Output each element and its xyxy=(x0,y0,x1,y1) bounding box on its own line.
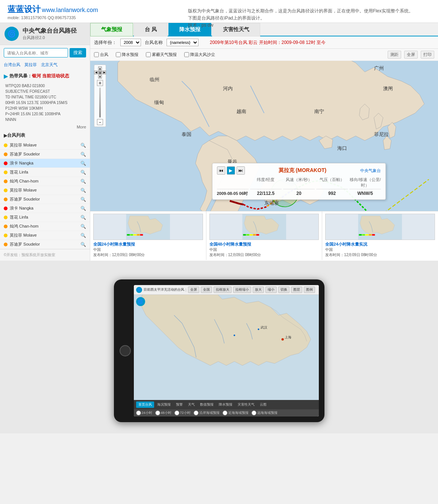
quick-links: 台湾台风 莫拉菲 北京天气 xyxy=(0,60,90,71)
ipad-header-text: 目前西太平洋无活动的台风 xyxy=(144,287,184,292)
print-button[interactable]: 打印 xyxy=(421,51,434,59)
svg-point-36 xyxy=(233,335,235,336)
weather-img-0[interactable]: 全国24小时降水量预报中国发布时间：12月09日 08时00分 xyxy=(90,211,206,260)
weather-img-2[interactable]: 全国24小时降水量实况中国发布时间：12月09日 08时00分 xyxy=(322,211,438,260)
checkboxes-bar: 台风 降水预报 雾霾天气预报 降温大风沙尘 测距 全屏 打印 xyxy=(90,49,438,61)
popup-pressure-value: 992 xyxy=(316,191,348,196)
ipad-tab-forecast[interactable]: 数值预报 xyxy=(198,401,216,408)
typhoon-list-item-4[interactable]: 灿鸿 Chan-hom🔍 xyxy=(0,177,90,186)
svg-rect-16 xyxy=(127,234,130,235)
typhoon-list-item-7[interactable]: 浪卡 Nangka🔍 xyxy=(0,204,90,213)
more-link[interactable]: More xyxy=(0,124,90,130)
search-button[interactable]: 搜索 xyxy=(70,48,86,57)
ipad-btn-china[interactable]: 全国 xyxy=(201,287,212,293)
typhoon-name-4: 灿鸿 Chan-hom xyxy=(10,178,80,184)
info-line-1: WTPQ20 BABJ 021800 xyxy=(5,83,86,89)
typhoon-select[interactable]: {nameless} xyxy=(167,39,199,46)
popup-prev-btn[interactable]: ⏮ xyxy=(217,166,225,175)
ipad-radio-nearshore[interactable]: 近海海域预报 xyxy=(223,410,249,415)
quick-link-molave[interactable]: 莫拉菲 xyxy=(24,62,37,67)
ipad-tab-disaster[interactable]: 灾害性天气 xyxy=(235,401,257,408)
nav-tab-1[interactable]: 台 风 xyxy=(134,23,168,36)
toolbar-right: 测距 全屏 打印 xyxy=(388,51,434,59)
typhoon-list-item-2[interactable]: 浪卡 Nangka🔍 xyxy=(0,159,90,168)
map-pan-right[interactable]: ▶ xyxy=(102,71,106,74)
map-pan-down[interactable]: ▼ xyxy=(98,75,102,78)
checkbox-typhoon[interactable]: 台风 xyxy=(94,52,108,57)
typhoon-list-item-8[interactable]: 莲花 Linfa🔍 xyxy=(0,213,90,222)
typhoon-list-item-3[interactable]: 莲花 Linfa🔍 xyxy=(0,168,90,177)
typhoon-list-item-10[interactable]: 莫拉菲 Molave🔍 xyxy=(0,231,90,240)
ipad-btn-zoom-out-box[interactable]: 拉框缩小 xyxy=(233,287,251,293)
typhoon-name-5: 莫拉菲 Molave xyxy=(10,187,80,193)
typhoon-search-icon-4[interactable]: 🔍 xyxy=(80,179,86,184)
ipad-tab-sea[interactable]: 海况预报 xyxy=(155,401,173,408)
typhoon-list-item-6[interactable]: 苏迪罗 Soudelor🔍 xyxy=(0,195,90,204)
weather-img-country-1: 中国 xyxy=(209,247,319,252)
search-input[interactable] xyxy=(4,48,68,57)
ipad-btn-zoom-in-box[interactable]: 拉框放大 xyxy=(214,287,232,293)
ipad-btn-zoom-in[interactable]: 放大 xyxy=(253,287,264,293)
ipad-btn-legend[interactable]: 图例 xyxy=(304,287,315,293)
typhoon-list-item-1[interactable]: 苏迪罗 Soudelor🔍 xyxy=(0,150,90,159)
ipad-btn-switch[interactable]: 切换 xyxy=(278,287,289,293)
ipad-home-button[interactable] xyxy=(120,345,131,356)
ipad-btn-fullscreen[interactable]: 全屏 xyxy=(188,287,199,293)
typhoon-list-item-9[interactable]: 灿鸿 Chan-hom🔍 xyxy=(0,222,90,231)
checkbox-wind[interactable]: 降温大风沙尘 xyxy=(184,52,215,57)
typhoon-search-icon-10[interactable]: 🔍 xyxy=(80,233,86,238)
ipad-btn-layer[interactable]: 图层 xyxy=(291,287,302,293)
typhoon-list-item-11[interactable]: 苏迪罗 Soudelor🔍 xyxy=(0,240,90,249)
svg-text:临州: 临州 xyxy=(150,77,159,82)
popup-next-btn[interactable]: ⏭ xyxy=(236,166,245,175)
map-pan-up[interactable]: ▲ xyxy=(98,66,102,70)
map-zoom-plus[interactable]: + xyxy=(97,80,103,86)
typhoon-highlight[interactable]: 银河 当前活动状态 xyxy=(32,73,69,78)
ipad-radio-24h[interactable]: 24小时 xyxy=(136,410,152,415)
checkbox-fog[interactable]: 雾霾天气预报 xyxy=(146,52,177,57)
ipad-tab-rain[interactable]: 降水预报 xyxy=(217,401,235,408)
typhoon-search-icon-0[interactable]: 🔍 xyxy=(80,143,86,148)
map-pan-left[interactable]: ◀ xyxy=(94,71,98,74)
main-content: 气象预报台 风降水预报灾害性天气 选择年份： 200820092010 台风名称… xyxy=(90,23,438,261)
map-nav-control[interactable]: ▲ ◀ ● ▶ ▼ + - xyxy=(94,65,106,127)
quick-link-taiwan[interactable]: 台湾台风 xyxy=(4,62,20,67)
arrow-icon: ▶ xyxy=(4,73,8,79)
typhoon-list-item-5[interactable]: 莫拉菲 Molave🔍 xyxy=(0,186,90,195)
typhoon-search-icon-7[interactable]: 🔍 xyxy=(80,206,86,211)
ipad-radio-72h[interactable]: 72小时 xyxy=(174,410,191,415)
checkbox-rain[interactable]: 降水预报 xyxy=(116,52,138,57)
map-zoom-minus[interactable]: - xyxy=(97,119,103,125)
typhoon-search-icon-2[interactable]: 🔍 xyxy=(80,161,86,166)
ipad-radio-offshore[interactable]: 远海海域预报 xyxy=(252,410,277,415)
top-desc: 版权为中央气象台，蓝蓝设计与之长期合作，这是为台风路径设计的界面，正在使用中。使… xyxy=(188,8,423,29)
ipad-tab-warning[interactable]: 预警 xyxy=(174,401,185,408)
typhoon-search-icon-5[interactable]: 🔍 xyxy=(80,188,86,193)
typhoon-search-icon-8[interactable]: 🔍 xyxy=(80,215,86,220)
typhoon-list-item-0[interactable]: 莫拉菲 Molave🔍 xyxy=(0,141,90,150)
ipad-btn-zoom-out[interactable]: 缩小 xyxy=(265,287,277,293)
typhoon-search-icon-1[interactable]: 🔍 xyxy=(80,152,86,157)
svg-rect-25 xyxy=(253,234,256,235)
map-center[interactable]: ● xyxy=(98,71,102,74)
popup-date-value: 2009-08-05 06时 xyxy=(217,191,249,196)
fullscreen-button[interactable]: 全屏 xyxy=(404,51,418,59)
ipad-tab-weather[interactable]: 天气 xyxy=(186,401,197,408)
year-select[interactable]: 200820092010 xyxy=(120,39,141,46)
ipad-tab-typhoon[interactable]: 首页台风 xyxy=(136,401,154,408)
ipad-tab-cloud[interactable]: 云图 xyxy=(258,401,269,408)
ipad-radio-coast[interactable]: 沿岸海域预报 xyxy=(194,410,220,415)
typhoon-name-7: 浪卡 Nangka xyxy=(10,205,80,211)
weather-img-1[interactable]: 全国48小时降水量预报中国发布时间：12月09日 08时00分 xyxy=(206,211,323,260)
typhoon-name-10: 莫拉菲 Molave xyxy=(10,232,80,238)
measure-button[interactable]: 测距 xyxy=(388,51,401,59)
site-url[interactable]: www.lanlanwork.com xyxy=(42,7,98,13)
typhoon-search-icon-6[interactable]: 🔍 xyxy=(80,197,86,202)
typhoon-search-icon-9[interactable]: 🔍 xyxy=(80,224,86,229)
ipad-radio-48h[interactable]: 48小时 xyxy=(155,410,171,415)
typhoon-search-icon-11[interactable]: 🔍 xyxy=(80,242,86,247)
typhoon-search-icon-3[interactable]: 🔍 xyxy=(80,170,86,175)
nav-tab-0[interactable]: 气象预报 xyxy=(90,23,133,36)
quick-link-beijing[interactable]: 北京天气 xyxy=(41,62,58,67)
popup-play-btn[interactable]: ▶ xyxy=(227,166,235,175)
